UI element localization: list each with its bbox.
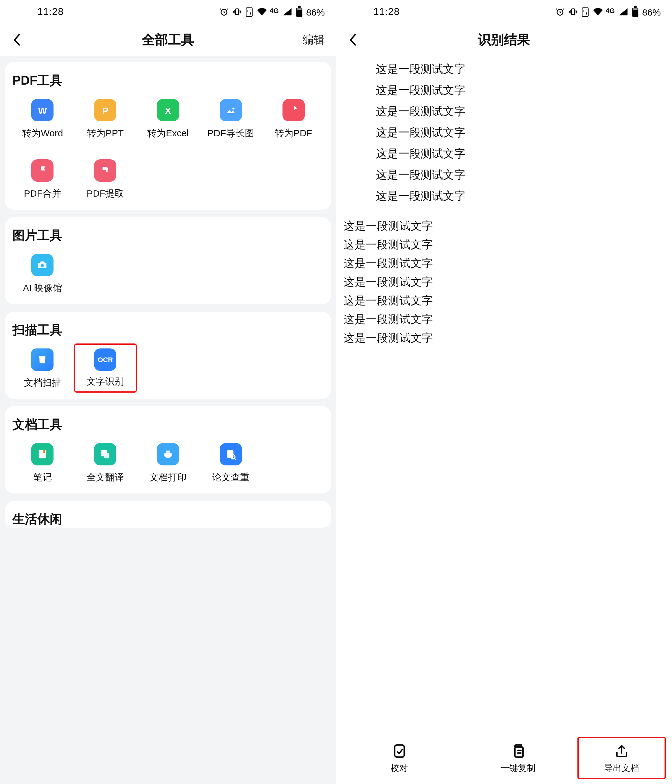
tool-label: 转为Excel: [147, 128, 188, 139]
tool-label: PDF合并: [24, 188, 61, 200]
ocr-line: 这是一段测试文字: [344, 328, 672, 347]
tool-ai-gallery[interactable]: AI 映像馆: [11, 249, 74, 298]
svg-rect-5: [297, 8, 302, 9]
svg-rect-4: [298, 6, 301, 8]
tool-label: 文档扫描: [24, 377, 61, 389]
section-image: 图片工具 AI 映像馆: [5, 217, 331, 304]
battery-icon: [296, 6, 303, 17]
copy-icon: [509, 742, 527, 761]
tool-translate[interactable]: 全文翻译: [74, 438, 137, 487]
section-life: 生活休闲: [5, 501, 331, 527]
proofread-icon: [390, 742, 409, 761]
tool-pdf-merge[interactable]: PDF合并: [11, 154, 74, 204]
bottom-toolbar: 校对 一键复制 导出文档: [336, 733, 672, 784]
screen-all-tools: 11:28 4G: [0, 0, 336, 784]
tool-label: 笔记: [33, 471, 52, 484]
sim-icon: [582, 6, 590, 17]
vibrate-icon: [232, 7, 243, 17]
svg-rect-15: [166, 456, 170, 458]
proofread-button[interactable]: 校对: [340, 738, 459, 778]
back-button[interactable]: [9, 31, 26, 48]
page-title: 识别结果: [336, 31, 672, 48]
signal-icon: [282, 8, 292, 16]
word-icon: W: [31, 99, 54, 121]
ocr-line: 这是一段测试文字: [376, 164, 672, 185]
tool-print[interactable]: 文档打印: [137, 438, 199, 487]
edit-button[interactable]: 编辑: [300, 30, 327, 50]
signal-icon: [618, 8, 628, 16]
ocr-line: 这是一段测试文字: [376, 122, 672, 143]
excel-icon: X: [157, 99, 179, 121]
battery-percent: 86%: [306, 6, 325, 17]
status-bar: 11:28 4G: [0, 0, 336, 23]
section-title: 文档工具: [12, 416, 325, 433]
ocr-text-block-top[interactable]: 这是一段测试文字 这是一段测试文字 这是一段测试文字 这是一段测试文字 这是一段…: [336, 56, 672, 207]
ocr-line: 这是一段测试文字: [344, 310, 672, 328]
section-title: 生活休闲: [12, 511, 325, 527]
back-button[interactable]: [345, 31, 362, 48]
tool-to-ppt[interactable]: P 转为PPT: [74, 94, 137, 143]
tool-to-excel[interactable]: X 转为Excel: [137, 94, 199, 143]
tool-doc-scan[interactable]: 文档扫描: [11, 344, 74, 393]
network-label: 4G: [270, 7, 279, 14]
tool-label: 论文查重: [212, 471, 249, 484]
tool-label: AI 映像馆: [23, 283, 62, 294]
copy-button[interactable]: 一键复制: [459, 738, 577, 778]
ocr-line: 这是一段测试文字: [344, 216, 672, 235]
battery-percent: 86%: [642, 6, 661, 17]
ocr-line: 这是一段测试文字: [344, 254, 672, 272]
status-bar: 11:28 4G: [336, 0, 672, 23]
sim-icon: [246, 6, 254, 17]
wifi-icon: [257, 8, 268, 16]
section-title: 扫描工具: [12, 322, 325, 339]
notes-icon: [31, 443, 54, 465]
status-time: 11:28: [373, 6, 400, 17]
copy-label: 一键复制: [501, 763, 535, 774]
tool-notes[interactable]: 笔记: [11, 438, 74, 487]
ocr-line: 这是一段测试文字: [376, 143, 672, 164]
section-doc: 文档工具 笔记 全文翻译: [5, 406, 331, 493]
print-icon: [157, 443, 179, 465]
tool-ocr[interactable]: OCR 文字识别: [74, 344, 137, 393]
ocr-line: 这是一段测试文字: [376, 59, 672, 79]
svg-rect-22: [634, 6, 637, 8]
svg-rect-12: [104, 453, 109, 459]
ocr-result-body: 这是一段测试文字 这是一段测试文字 这是一段测试文字 这是一段测试文字 这是一段…: [336, 56, 672, 784]
svg-rect-25: [515, 747, 523, 757]
tool-label: 全文翻译: [87, 471, 124, 484]
pdf-icon: [282, 99, 305, 121]
proofread-label: 校对: [390, 763, 408, 774]
ocr-icon: OCR: [94, 348, 117, 371]
ocr-line: 这是一段测试文字: [376, 101, 672, 122]
tool-pdf-longimage[interactable]: PDF导长图: [199, 94, 262, 143]
search-doc-icon: [219, 443, 242, 465]
svg-point-8: [41, 264, 44, 267]
scan-icon: [31, 348, 54, 371]
tool-label: PDF提取: [87, 188, 124, 200]
page-title: 全部工具: [0, 31, 336, 48]
screen-ocr-result: 11:28 4G: [336, 0, 672, 784]
tool-label: 文档打印: [149, 471, 187, 484]
section-pdf: PDF工具 W 转为Word P 转为PPT X 转为Excel: [5, 62, 331, 210]
app-bar: 识别结果: [336, 23, 672, 56]
ocr-text-block-left[interactable]: 这是一段测试文字 这是一段测试文字 这是一段测试文字 这是一段测试文字 这是一段…: [336, 213, 672, 347]
svg-rect-14: [166, 451, 170, 453]
section-title: PDF工具: [12, 72, 325, 89]
ocr-line: 这是一段测试文字: [376, 79, 672, 101]
wifi-icon: [593, 8, 604, 16]
merge-icon: [31, 159, 54, 182]
tool-pdf-extract[interactable]: PDF提取: [74, 154, 137, 204]
ppt-icon: P: [94, 99, 117, 121]
svg-rect-19: [571, 9, 575, 15]
export-icon: [612, 742, 631, 761]
tool-label: 转为PDF: [275, 128, 312, 139]
export-button[interactable]: 导出文档: [577, 737, 666, 779]
tool-to-word[interactable]: W 转为Word: [11, 94, 74, 143]
tool-plagiarism[interactable]: 论文查重: [199, 438, 262, 487]
status-icons: 4G 86%: [219, 6, 325, 17]
ocr-line: 这是一段测试文字: [344, 272, 672, 291]
ocr-line: 这是一段测试文字: [344, 291, 672, 310]
tool-to-pdf[interactable]: 转为PDF: [262, 94, 325, 143]
svg-rect-16: [227, 450, 233, 458]
tool-list: PDF工具 W 转为Word P 转为PPT X 转为Excel: [0, 56, 336, 784]
